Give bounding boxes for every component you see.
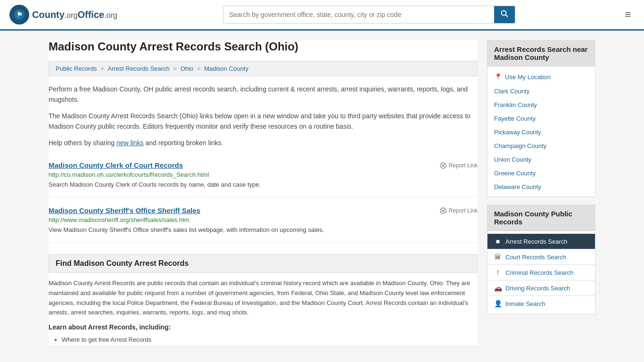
logo-org: .org [104,11,117,19]
bullet-list: Where to get free Arrest Records [49,335,478,345]
report-link-btn-1[interactable]: Report Link [440,206,478,214]
public-record-link-4[interactable]: 👤Inmate Search [487,296,595,311]
nearby-link-7[interactable]: Delaware County [487,180,595,194]
breadcrumb-sep3: > [197,65,202,72]
desc3-post: and reporting broken links. [144,139,223,147]
description-1: Perform a free Madison County, OH public… [49,84,478,105]
description-3: Help others by sharing new links and rep… [49,138,478,148]
record-item-header: Madison County Clerk of Court Records Re… [49,161,478,169]
nearby-box: Arrest Records Search near Madison Count… [487,40,595,197]
location-pin-icon: 📍 [494,73,502,81]
rec-label-0: Arrest Records Search [505,238,568,245]
logo[interactable]: ⚑ County.orgOffice.org [9,5,117,25]
logo-text: County.orgOffice.org [32,9,117,20]
nearby-link-6[interactable]: Greene County [487,166,595,180]
public-record-link-1[interactable]: 🏛Court Records Search [487,249,595,264]
page-title: Madison County Arrest Records Search (Oh… [49,40,478,53]
breadcrumb-arrest-records[interactable]: Arrest Records Search [107,65,170,72]
rec-icon-2: ! [494,269,502,276]
new-links-link[interactable]: new links [116,139,144,147]
rec-icon-0: ■ [494,238,502,245]
public-records-content: ■Arrest Records Search🏛Court Records Sea… [487,231,595,314]
breadcrumb: Public Records > Arrest Records Search >… [49,61,478,76]
rec-icon-4: 👤 [494,300,502,307]
record-item: Madison County Clerk of Court Records Re… [49,154,478,197]
nearby-content: 📍 Use My Location Clark CountyFranklin C… [487,66,595,197]
rec-icon-1: 🏛 [494,253,502,261]
logo-icon: ⚑ [9,5,29,25]
nearby-links-list: Clark CountyFranklin CountyFayette Count… [487,84,595,194]
svg-point-3 [501,11,506,16]
page-container: Madison County Arrest Records Search (Oh… [39,31,605,354]
breadcrumb-sep2: > [173,65,178,72]
record-url-1[interactable]: http://www.madisonsheriff.org/sheriffsal… [49,216,478,223]
site-header: ⚑ County.orgOffice.org ≡ [0,0,644,31]
description-2: The Madison County Arrest Records Search… [49,111,478,132]
sidebar: Arrest Records Search near Madison Count… [487,40,595,345]
breadcrumb-ohio[interactable]: Ohio [181,65,193,72]
breadcrumb-sep1: > [100,65,106,72]
nearby-link-0[interactable]: Clark County [487,84,595,98]
records-list: Madison County Clerk of Court Records Re… [49,154,478,243]
nearby-link-3[interactable]: Pickaway County [487,125,595,139]
main-content: Madison County Arrest Records Search (Oh… [49,40,478,345]
svg-line-4 [505,15,508,17]
public-records-title: Madison County Public Records [487,205,595,231]
nearby-link-5[interactable]: Union County [487,153,595,166]
search-input[interactable] [223,7,494,22]
public-record-link-0[interactable]: ■Arrest Records Search [487,234,595,249]
search-button[interactable] [494,6,515,23]
public-record-link-3[interactable]: 🚗Driving Records Search [487,280,595,296]
rec-label-1: Court Records Search [505,254,566,261]
breadcrumb-public-records[interactable]: Public Records [56,65,97,72]
logo-suffix: .org [65,11,78,19]
rec-icon-3: 🚗 [494,284,502,292]
find-section-body: Madison County Arrest Records are public… [49,279,478,318]
desc3-pre: Help others by sharing [49,139,116,147]
search-bar [223,6,515,24]
public-records-box: Madison County Public Records ■Arrest Re… [487,205,595,314]
breadcrumb-madison-county[interactable]: Madison County [204,65,248,72]
nearby-title: Arrest Records Search near Madison Count… [487,41,595,66]
learn-heading: Learn about Arrest Records, including: [49,323,478,331]
record-item-header: Madison County Sheriff's Office Sheriff … [49,206,478,214]
rec-label-2: Criminal Records Search [505,269,574,276]
nearby-link-2[interactable]: Fayette County [487,112,595,125]
use-my-location-link[interactable]: 📍 Use My Location [487,69,595,84]
record-title-1[interactable]: Madison County Sheriff's Office Sheriff … [49,206,200,214]
rec-label-3: Driving Records Search [505,285,570,292]
record-desc-1: View Madison County Sheriff's Office she… [49,225,478,235]
svg-text:⚑: ⚑ [17,11,23,18]
rec-label-4: Inmate Search [505,300,545,307]
find-section-heading: Find Madison County Arrest Records [49,254,478,273]
menu-button[interactable]: ≡ [621,7,635,23]
record-title-0[interactable]: Madison County Clerk of Court Records [49,161,183,169]
public-record-link-2[interactable]: !Criminal Records Search [487,265,595,280]
use-my-location-label: Use My Location [505,74,551,81]
nearby-link-1[interactable]: Franklin County [487,98,595,112]
bullet-item-0: Where to get free Arrest Records [62,335,478,345]
record-desc-0: Search Madison County Clerk of Courts re… [49,180,478,189]
record-item: Madison County Sheriff's Office Sheriff … [49,199,478,243]
nearby-link-4[interactable]: Champaign County [487,139,595,153]
report-link-btn-0[interactable]: Report Link [440,161,478,169]
record-url-0[interactable]: http://co.madison.oh.us/clerkofcourts/Re… [49,171,478,178]
